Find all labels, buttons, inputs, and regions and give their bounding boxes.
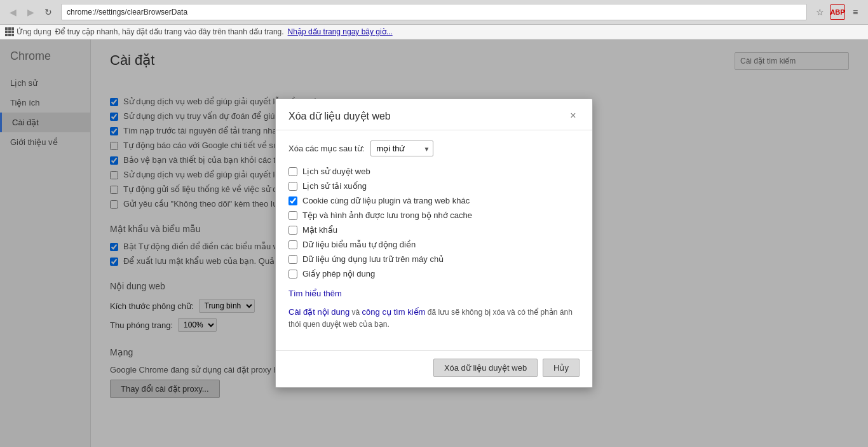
back-button[interactable]: ◀ [5,4,20,20]
label-autofill-data: Dữ liệu biểu mẫu tự động điền [302,240,416,249]
checkbox-autofill-data[interactable] [288,240,297,249]
checkbox-cookies[interactable] [288,196,297,205]
dialog-footer-links: Tìm hiểu thêm [288,289,580,298]
browser-toolbar: ◀ ▶ ↻ ☆ ABP ≡ [0,0,868,25]
forward-button[interactable]: ▶ [23,4,38,20]
label-hosted-app-data: Dữ liệu ứng dụng lưu trữ trên máy chủ [302,254,444,264]
clear-data-button[interactable]: Xóa dữ liệu duyệt web [433,359,538,377]
browser-frame: ◀ ▶ ↻ ☆ ABP ≡ Ứng dụng Để [0,0,868,447]
checkbox-passwords[interactable] [288,226,297,235]
checkbox-row-cache[interactable]: Tệp và hình ảnh được lưu trong bộ nhớ ca… [288,210,580,220]
checkbox-row-download-history[interactable]: Lịch sử tải xuống [288,181,580,191]
label-cookies: Cookie cùng dữ liệu plugin và trang web … [302,196,470,205]
bookmarks-bar: Ứng dụng Để truy cập nhanh, hãy đặt dấu … [0,25,868,39]
label-cache: Tệp và hình ảnh được lưu trong bộ nhớ ca… [302,210,472,220]
apps-button[interactable]: Ứng dụng [5,27,51,36]
time-period-select[interactable]: mọi thứ 1 giờ qua 1 ngày qua 1 tuần qua … [370,141,433,156]
time-select-wrapper: mọi thứ 1 giờ qua 1 ngày qua 1 tuần qua … [370,141,433,156]
dialog-footer-note: Cài đặt nội dung và công cụ tìm kiếm đã … [288,306,580,330]
label-download-history: Lịch sử tải xuống [302,181,367,191]
delete-from-row: Xóa các mục sau từ: mọi thứ 1 giờ qua 1 … [288,141,580,156]
apps-grid-icon [5,27,14,36]
checkbox-row-hosted-app-data[interactable]: Dữ liệu ứng dụng lưu trữ trên máy chủ [288,254,580,264]
modal-overlay: Xóa dữ liệu duyệt web × Xóa các mục sau … [0,39,868,447]
search-engine-link[interactable]: công cụ tìm kiếm [362,307,426,317]
checkbox-row-cookies[interactable]: Cookie cùng dữ liệu plugin và trang web … [288,196,580,205]
checkbox-hosted-app-data[interactable] [288,255,297,264]
checkbox-browse-history[interactable] [288,167,297,176]
import-bookmarks-link[interactable]: Nhập dấu trang ngay bây giờ... [288,27,393,36]
chrome-menu-button[interactable]: ≡ [848,4,863,20]
dialog-close-button[interactable]: × [567,109,580,122]
nav-buttons: ◀ ▶ ↻ [5,4,56,20]
apps-label: Ứng dụng [17,27,51,36]
page-content: Chrome Lịch sử Tiện ích Cài đặt Giới thi… [0,39,868,447]
checkbox-download-history[interactable] [288,182,297,191]
checkbox-list: Lịch sử duyệt web Lịch sử tải xuống Cook… [288,167,580,279]
cancel-button[interactable]: Hủy [543,359,580,377]
label-browse-history: Lịch sử duyệt web [302,167,370,176]
learn-more-link[interactable]: Tìm hiểu thêm [288,289,342,298]
checkbox-row-autofill-data[interactable]: Dữ liệu biểu mẫu tự động điền [288,240,580,249]
bookmarks-message: Để truy cập nhanh, hãy đặt dấu trang vào… [55,27,284,36]
checkbox-content-licenses[interactable] [288,270,297,279]
dialog-actions: Xóa dữ liệu duyệt web Hủy [276,350,592,387]
address-bar[interactable] [61,4,807,20]
label-content-licenses: Giấy phép nội dung [302,269,375,279]
checkbox-cache[interactable] [288,211,297,220]
dialog-header: Xóa dữ liệu duyệt web × [276,99,592,130]
checkbox-row-browse-history[interactable]: Lịch sử duyệt web [288,167,580,176]
dialog-body: Xóa các mục sau từ: mọi thứ 1 giờ qua 1 … [276,130,592,350]
browser-actions: ☆ ABP ≡ [812,4,863,20]
footer-connector: và [349,308,362,317]
checkbox-row-content-licenses[interactable]: Giấy phép nội dung [288,269,580,279]
abp-button[interactable]: ABP [830,4,845,20]
bookmark-star-button[interactable]: ☆ [812,4,827,20]
clear-browser-data-dialog: Xóa dữ liệu duyệt web × Xóa các mục sau … [275,99,593,388]
dialog-title: Xóa dữ liệu duyệt web [288,110,391,122]
checkbox-row-passwords[interactable]: Mật khẩu [288,225,580,235]
delete-from-label: Xóa các mục sau từ: [288,144,364,153]
content-settings-link[interactable]: Cài đặt nội dung [288,307,349,317]
label-passwords: Mật khẩu [302,225,337,235]
reload-button[interactable]: ↻ [41,4,56,20]
